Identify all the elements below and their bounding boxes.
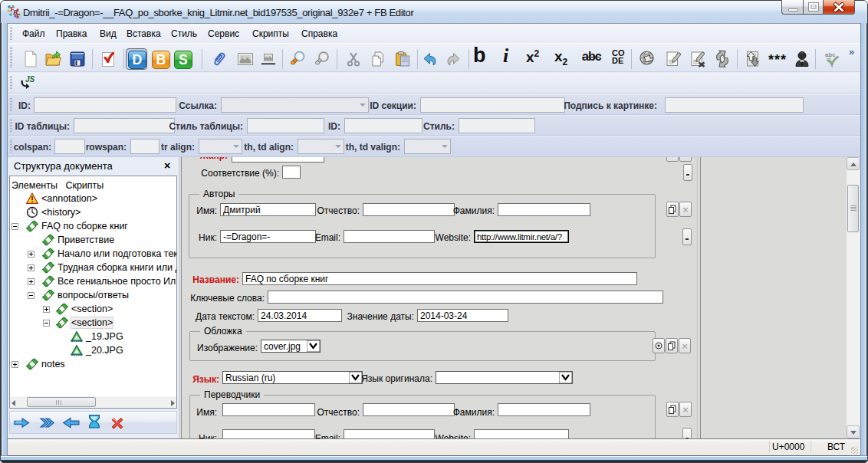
svg-text:E: E — [15, 13, 20, 19]
svg-text:B: B — [156, 52, 166, 67]
svg-text:S: S — [179, 52, 188, 67]
svg-text:JS: JS — [25, 75, 35, 84]
svg-text:D: D — [133, 52, 143, 67]
